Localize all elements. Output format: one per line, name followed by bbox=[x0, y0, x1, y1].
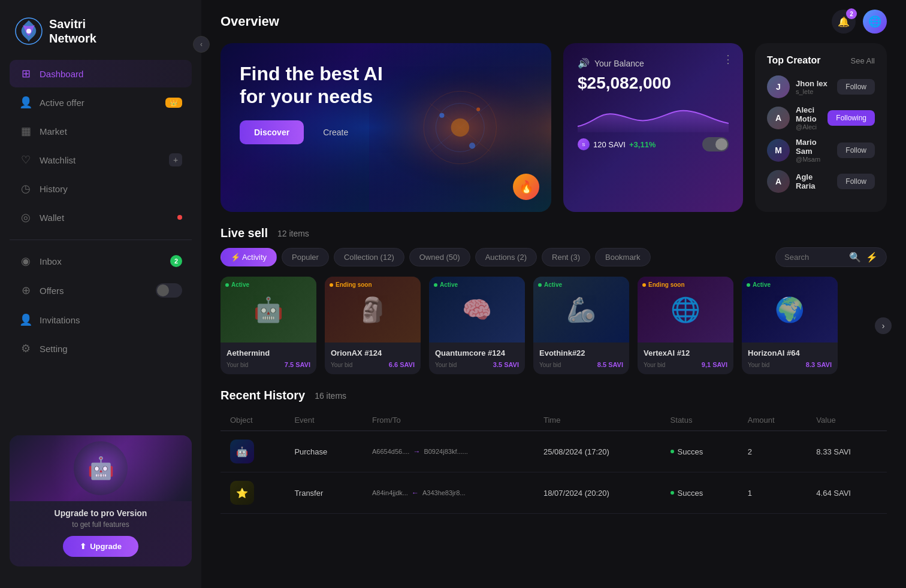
filter-tab-rent[interactable]: Rent (3) bbox=[542, 248, 590, 266]
sidebar-item-label: History bbox=[40, 184, 182, 194]
nft-info: OrionAX #124 Your bid 6.6 SAVI bbox=[325, 343, 421, 374]
balance-label: 🔊 Your Balance bbox=[578, 57, 644, 69]
table-cell-status: Succes bbox=[661, 431, 738, 472]
creator-name: Agle Raria bbox=[796, 172, 831, 190]
notifications-button[interactable]: 🔔 2 bbox=[832, 10, 856, 34]
nft-image: 🗿 Ending soon bbox=[325, 277, 421, 343]
nft-bid-label: Your bid bbox=[539, 362, 561, 368]
sidebar-item-dashboard[interactable]: ⊞ Dashboard bbox=[10, 60, 192, 87]
balance-chart bbox=[578, 102, 729, 132]
sidebar-item-offers[interactable]: ⊕ Offers bbox=[10, 276, 192, 305]
nft-name: Aethermind bbox=[226, 348, 310, 357]
offers-toggle[interactable] bbox=[156, 283, 182, 298]
top-creator-card: Top Creator See All J Jhon lex s_lete Fo… bbox=[755, 43, 887, 212]
sidebar-item-history[interactable]: ◷ History bbox=[10, 175, 192, 202]
sidebar-item-market[interactable]: ▦ Market bbox=[10, 117, 192, 145]
sidebar-item-invitations[interactable]: 👤 Invitations bbox=[10, 306, 192, 334]
search-container: 🔍 ⚡ bbox=[775, 247, 887, 267]
nft-status-badge: Active bbox=[747, 281, 771, 288]
nft-card[interactable]: 🧠 Active Quantumcore #124 Your bid 3.5 S… bbox=[429, 277, 525, 374]
nft-bid-value: 3.5 SAVI bbox=[493, 361, 519, 368]
nft-image: 🌍 Active bbox=[742, 277, 838, 343]
nft-info: HorizonAI #64 Your bid 8.3 SAVI bbox=[742, 343, 838, 374]
table-cell-amount: 1 bbox=[738, 472, 807, 514]
status-badge: Succes bbox=[671, 447, 729, 456]
user-avatar-button[interactable]: 🌐 bbox=[863, 10, 887, 34]
hero-title: Find the best AI for your needs bbox=[240, 62, 532, 108]
table-cell-object: 🤖 bbox=[221, 431, 285, 472]
live-sell-count: 12 items bbox=[277, 229, 309, 238]
offers-icon: ⊕ bbox=[19, 284, 32, 297]
filter-icon[interactable]: ⚡ bbox=[866, 251, 878, 263]
nft-info: Aethermind Your bid 7.5 SAVI bbox=[221, 343, 316, 374]
filter-tab-populer[interactable]: Populer bbox=[282, 248, 329, 266]
hero-banner: Find the best AI for your needs Discover… bbox=[221, 43, 551, 212]
nft-bid-row: Your bid 9,1 SAVI bbox=[644, 361, 727, 368]
nft-bid-label: Your bid bbox=[331, 362, 352, 368]
history-icon: ◷ bbox=[19, 182, 32, 195]
table-row: ⭐ Transfer A84in4jjdk... ← A343he83jr8..… bbox=[221, 472, 887, 514]
status-text: Succes bbox=[678, 447, 703, 456]
sidebar-item-setting[interactable]: ⚙ Setting bbox=[10, 335, 192, 362]
follow-button[interactable]: Following bbox=[828, 110, 875, 126]
sidebar-item-watchlist[interactable]: ♡ Watchlist + bbox=[10, 146, 192, 174]
logo: Savitri Network bbox=[0, 12, 201, 60]
create-button[interactable]: Create bbox=[311, 120, 360, 144]
table-column-header: Object bbox=[221, 410, 285, 431]
filter-tab-bookmark[interactable]: Bookmark bbox=[595, 248, 651, 266]
upgrade-icon: ⬆ bbox=[80, 542, 86, 551]
nft-status-badge: Active bbox=[434, 281, 458, 288]
nft-next-button[interactable]: › bbox=[875, 317, 892, 334]
nft-card[interactable]: 🦾 Active Evothink#22 Your bid 8.5 SAVI bbox=[533, 277, 629, 374]
nft-status-badge: Ending soon bbox=[330, 281, 372, 288]
balance-card: ⋮ 🔊 Your Balance $25,082,000 bbox=[563, 43, 743, 212]
sidebar-item-active-offer[interactable]: 👤 Active offer 👑 bbox=[10, 89, 192, 116]
search-input[interactable] bbox=[784, 253, 844, 262]
nft-bid-label: Your bid bbox=[644, 362, 665, 368]
upgrade-button[interactable]: ⬆ Upgrade bbox=[63, 536, 138, 557]
balance-menu-button[interactable]: ⋮ bbox=[723, 53, 733, 66]
filter-tab-activity[interactable]: ⚡ Activity bbox=[221, 248, 277, 266]
sidebar-collapse-button[interactable]: ‹ bbox=[193, 36, 210, 53]
status-dot-icon bbox=[538, 283, 542, 287]
header: Overview 🔔 2 🌐 bbox=[201, 0, 906, 43]
table-column-header: From/To bbox=[363, 410, 534, 431]
nft-art-icon: 🌐 bbox=[671, 296, 700, 324]
status-dot-icon bbox=[225, 283, 229, 287]
watchlist-icon: ♡ bbox=[19, 153, 32, 166]
nft-bid-value: 8.3 SAVI bbox=[806, 361, 832, 368]
filter-tab-auctions[interactable]: Auctions (2) bbox=[475, 248, 537, 266]
filter-tab-owned[interactable]: Owned (50) bbox=[409, 248, 470, 266]
balance-toggle[interactable] bbox=[702, 137, 729, 151]
nft-card[interactable]: 🌐 Ending soon VertexAI #12 Your bid 9,1 … bbox=[638, 277, 733, 374]
nft-bid-value: 9,1 SAVI bbox=[702, 361, 727, 368]
sidebar-item-inbox[interactable]: ◉ Inbox 2 bbox=[10, 247, 192, 275]
active-offer-badge: 👑 bbox=[165, 98, 182, 108]
sidebar-item-wallet[interactable]: ◎ Wallet bbox=[10, 204, 192, 231]
nft-card[interactable]: 🗿 Ending soon OrionAX #124 Your bid 6.6 … bbox=[325, 277, 421, 374]
history-item-avatar: 🤖 bbox=[230, 440, 254, 463]
nft-card[interactable]: 🌍 Active HorizonAI #64 Your bid 8.3 SAVI bbox=[742, 277, 838, 374]
filter-tabs: ⚡ ActivityPopulerCollection (12)Owned (5… bbox=[221, 247, 887, 267]
search-icon[interactable]: 🔍 bbox=[849, 251, 861, 263]
table-cell-amount: 2 bbox=[738, 431, 807, 472]
creator-item: A Aleci Motio @Aleci Following bbox=[767, 105, 875, 131]
creator-name: Mario Sam bbox=[796, 138, 831, 156]
header-right: 🔔 2 🌐 bbox=[832, 10, 887, 34]
from-address: A6654d56.... bbox=[372, 448, 409, 455]
nft-info: Evothink#22 Your bid 8.5 SAVI bbox=[533, 343, 629, 374]
discover-button[interactable]: Discover bbox=[240, 120, 304, 144]
nft-status-text: Active bbox=[544, 281, 562, 288]
filter-tab-collection[interactable]: Collection (12) bbox=[334, 248, 404, 266]
recent-history-title: Recent History bbox=[221, 389, 305, 402]
table-column-header: Amount bbox=[738, 410, 807, 431]
live-sell-title: Live sell bbox=[221, 226, 268, 240]
follow-button[interactable]: Follow bbox=[837, 79, 875, 95]
direction-arrow-icon: → bbox=[413, 447, 420, 456]
sidebar-item-label: Inbox bbox=[40, 256, 163, 266]
see-all-button[interactable]: See All bbox=[851, 56, 875, 65]
nft-card[interactable]: 🤖 Active Aethermind Your bid 7.5 SAVI bbox=[221, 277, 316, 374]
avatar-icon: 🌐 bbox=[868, 15, 881, 28]
follow-button[interactable]: Follow bbox=[837, 143, 875, 158]
follow-button[interactable]: Follow bbox=[837, 174, 875, 189]
